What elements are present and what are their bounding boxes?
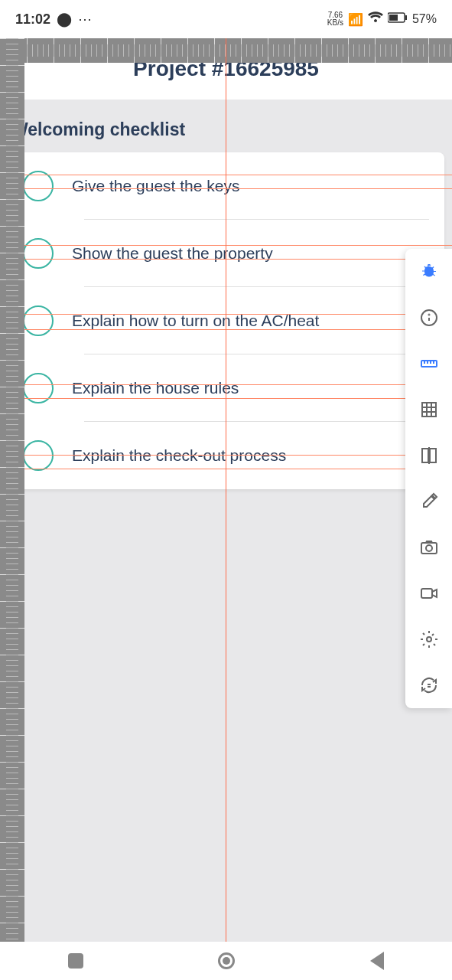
status-icon-circle: ⬤ xyxy=(57,11,72,28)
status-time: 11:02 xyxy=(15,11,50,28)
svg-rect-21 xyxy=(421,589,432,598)
checklist-item-text: Show the guest the property xyxy=(72,244,273,263)
camera-icon[interactable] xyxy=(405,524,452,570)
wifi-icon xyxy=(368,11,383,27)
battery-percentage: 57% xyxy=(412,12,437,26)
status-bar: 11:02 ⬤ ⋯ 7.66 KB/s 📶 57% xyxy=(0,0,452,38)
checkbox-circle[interactable] xyxy=(23,305,54,336)
svg-point-5 xyxy=(428,315,429,315)
guide-vertical-center[interactable] xyxy=(226,38,226,942)
checklist-item-text: Explain the house rules xyxy=(72,379,239,397)
svg-rect-16 xyxy=(422,449,428,462)
checkbox-circle[interactable] xyxy=(23,171,54,201)
status-more-icon: ⋯ xyxy=(78,11,93,28)
svg-rect-1 xyxy=(389,15,398,21)
checkbox-circle[interactable] xyxy=(23,373,54,403)
android-nav-bar xyxy=(0,942,452,980)
status-network-speed: 7.66 KB/s xyxy=(327,11,343,27)
battery-icon xyxy=(388,12,408,26)
svg-rect-17 xyxy=(430,449,436,462)
dev-toolbar xyxy=(405,249,452,708)
back-nav-button[interactable] xyxy=(368,952,386,970)
settings-icon[interactable] xyxy=(405,616,452,662)
eyedropper-icon[interactable] xyxy=(405,479,452,524)
status-right: 7.66 KB/s 📶 57% xyxy=(327,11,437,27)
bug-icon[interactable] xyxy=(405,249,452,295)
svg-point-20 xyxy=(426,545,432,551)
ruler-icon[interactable] xyxy=(405,341,452,387)
info-icon[interactable] xyxy=(405,295,452,341)
checkbox-circle[interactable] xyxy=(23,238,54,269)
checklist-item-text: Give the guest the keys xyxy=(72,177,239,195)
svg-point-22 xyxy=(427,637,431,642)
recents-button[interactable] xyxy=(67,952,85,970)
split-icon[interactable] xyxy=(405,433,452,479)
home-button[interactable] xyxy=(217,952,236,970)
svg-rect-2 xyxy=(405,15,407,20)
status-left: 11:02 ⬤ ⋯ xyxy=(15,11,93,28)
signal-icon: 📶 xyxy=(348,12,363,27)
grid-icon[interactable] xyxy=(405,387,452,433)
checklist-item-text: Explain the check-out process xyxy=(72,446,286,465)
svg-rect-11 xyxy=(422,403,436,416)
video-icon[interactable] xyxy=(405,570,452,616)
checkbox-circle[interactable] xyxy=(23,440,54,471)
ruler-vertical[interactable] xyxy=(0,38,24,942)
rotate-icon[interactable] xyxy=(405,662,452,708)
